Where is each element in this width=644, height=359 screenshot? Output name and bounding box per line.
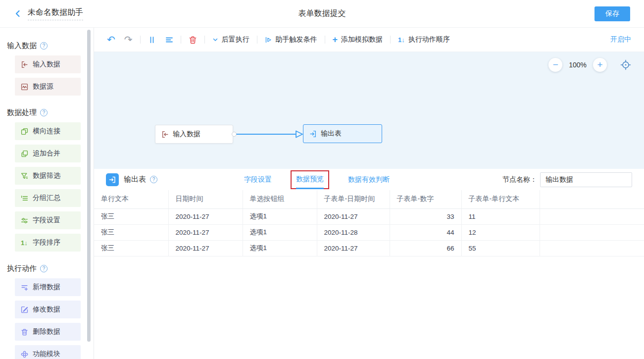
sidebar-item-label: 修改数据 — [33, 305, 60, 314]
help-icon[interactable]: ? — [40, 42, 48, 50]
sidebar-item-horizontal-join[interactable]: 横向连接 — [15, 122, 81, 140]
node-input-data[interactable]: 输入数据 — [155, 125, 233, 144]
sidebar-item-data-filter[interactable]: 数据筛选 — [15, 167, 81, 185]
align-horizontal-icon — [165, 36, 173, 44]
node-output-table[interactable]: 输出表 — [303, 124, 382, 143]
add-mock-data-label: 添加模拟数据 — [341, 35, 383, 44]
action-order-label: 执行动作顺序 — [408, 35, 450, 44]
divider — [140, 36, 141, 44]
sort-order-icon: 1↓ — [398, 37, 405, 43]
sidebar-item-function-module[interactable]: 功能模块 — [15, 345, 81, 359]
node-label: 输出表 — [321, 129, 342, 138]
sidebar-item-label: 删除数据 — [33, 327, 60, 336]
post-execute-button[interactable]: 后置执行 — [212, 35, 249, 44]
sidebar-item-add-data[interactable]: 新增数据 — [15, 278, 81, 296]
section-title-process: 数据处理 — [7, 108, 37, 117]
tab-data-preview[interactable]: 数据预览 — [296, 170, 324, 189]
column-header: 单行文本 — [94, 190, 168, 208]
cell-empty — [540, 240, 644, 256]
sidebar-item-label: 追加合并 — [33, 149, 60, 158]
add-rows-icon — [21, 284, 28, 291]
section-title-actions: 执行动作 — [7, 264, 37, 273]
sidebar-item-input-data[interactable]: 输入数据 — [15, 55, 81, 73]
import-icon — [21, 61, 28, 68]
sidebar-item-field-sort[interactable]: 1↓ 字段排序 — [15, 234, 81, 252]
add-mock-data-button[interactable]: + 添加模拟数据 — [333, 35, 383, 44]
divider — [325, 36, 325, 44]
panel-tabs: 字段设置 数据预览 数据有效判断 — [244, 170, 390, 189]
help-icon[interactable]: ? — [40, 109, 48, 116]
redo-button[interactable]: ↷ — [124, 35, 133, 45]
sidebar-scrollbar[interactable] — [87, 30, 91, 342]
datasource-icon — [21, 83, 28, 91]
cell: 张三 — [94, 240, 168, 256]
trigger-condition-button[interactable]: 助手触发条件 — [265, 35, 317, 44]
highlight-box: 数据预览 — [291, 170, 329, 189]
sidebar-item-label: 横向连接 — [33, 127, 60, 136]
sidebar-item-edit-data[interactable]: 修改数据 — [15, 301, 81, 318]
sidebar-item-data-source[interactable]: 数据源 — [15, 78, 81, 96]
divider — [390, 36, 391, 44]
save-button[interactable]: 保存 — [594, 6, 630, 21]
page-title: 表单数据提交 — [298, 8, 346, 19]
cell: 33 — [390, 208, 461, 224]
locate-target-icon[interactable] — [620, 59, 631, 70]
zoom-controls: − 100% + — [548, 58, 631, 72]
delete-node-button[interactable] — [189, 36, 197, 44]
sidebar-section-actions: 执行动作 ? 新增数据 修改数据 删除数据 功能模块 — [7, 263, 94, 359]
cell: 2020-11-28 — [317, 224, 390, 240]
sidebar-item-append-merge[interactable]: 追加合并 — [15, 145, 81, 162]
help-icon[interactable]: ? — [150, 176, 157, 183]
column-header-empty — [540, 190, 644, 208]
sidebar-section-process: 数据处理 ? 横向连接 追加合并 数据筛选 分组汇总 — [7, 107, 94, 252]
cell-empty — [540, 224, 644, 240]
table-header-row: 单行文本 日期时间 单选按钮组 子表单-日期时间 子表单-数字 子表单-单行文本 — [94, 190, 644, 208]
zoom-in-button[interactable]: + — [593, 58, 607, 72]
divider — [181, 36, 181, 44]
tab-field-settings[interactable]: 字段设置 — [244, 175, 272, 184]
sidebar-item-label: 分组汇总 — [33, 194, 60, 203]
status-enabled-link[interactable]: 开启中 — [610, 35, 631, 44]
back-button[interactable]: 未命名数据助手 — [14, 7, 83, 20]
output-panel: 输出表 ? 字段设置 数据预览 数据有效判断 节点名称： — [94, 169, 644, 359]
assistant-title[interactable]: 未命名数据助手 — [28, 7, 83, 20]
node-label: 输入数据 — [173, 130, 200, 139]
align-horizontal-button[interactable] — [165, 36, 173, 44]
cell: 55 — [461, 240, 540, 256]
arrowhead-icon — [296, 131, 302, 138]
column-header: 子表单-单行文本 — [461, 190, 540, 208]
merge-icon — [21, 150, 28, 157]
column-header: 日期时间 — [168, 190, 243, 208]
join-icon — [21, 128, 28, 135]
section-title-input: 输入数据 — [7, 41, 37, 51]
flow-canvas[interactable]: − 100% + 输入数据 输出表 — [94, 52, 644, 169]
sidebar-item-label: 字段设置 — [33, 216, 60, 225]
sidebar-item-delete-data[interactable]: 删除数据 — [15, 323, 81, 341]
cell: 选项1 — [243, 240, 317, 256]
zoom-out-button[interactable]: − — [548, 58, 562, 72]
group-icon — [21, 195, 28, 202]
export-icon — [309, 130, 317, 138]
node-name-group: 节点名称： — [502, 172, 632, 187]
flow-edge — [231, 127, 304, 141]
import-icon — [161, 131, 169, 138]
sidebar-item-label: 输入数据 — [33, 60, 60, 69]
chevron-down-icon — [212, 37, 218, 43]
data-preview-table: 单行文本 日期时间 单选按钮组 子表单-日期时间 子表单-数字 子表单-单行文本… — [94, 190, 644, 256]
undo-button[interactable]: ↶ — [107, 35, 115, 45]
sidebar-item-label: 数据筛选 — [33, 171, 60, 180]
cell: 2020-11-27 — [168, 240, 243, 256]
panel-header: 输出表 ? 字段设置 数据预览 数据有效判断 节点名称： — [94, 169, 644, 190]
column-header: 单选按钮组 — [243, 190, 317, 208]
sidebar-item-group-summary[interactable]: 分组汇总 — [15, 189, 81, 207]
align-vertical-button[interactable] — [148, 36, 155, 44]
help-icon[interactable]: ? — [40, 265, 48, 272]
column-header: 子表单-日期时间 — [317, 190, 390, 208]
connector-dot — [232, 132, 237, 137]
action-order-button[interactable]: 1↓ 执行动作顺序 — [398, 35, 450, 44]
node-name-input[interactable] — [540, 172, 632, 187]
zoom-level: 100% — [569, 61, 587, 69]
tab-data-validation[interactable]: 数据有效判断 — [348, 175, 390, 184]
table-row: 张三 2020-11-27 选项1 2020-11-28 44 12 — [94, 224, 644, 240]
sidebar-item-field-settings[interactable]: 字段设置 — [15, 211, 81, 229]
